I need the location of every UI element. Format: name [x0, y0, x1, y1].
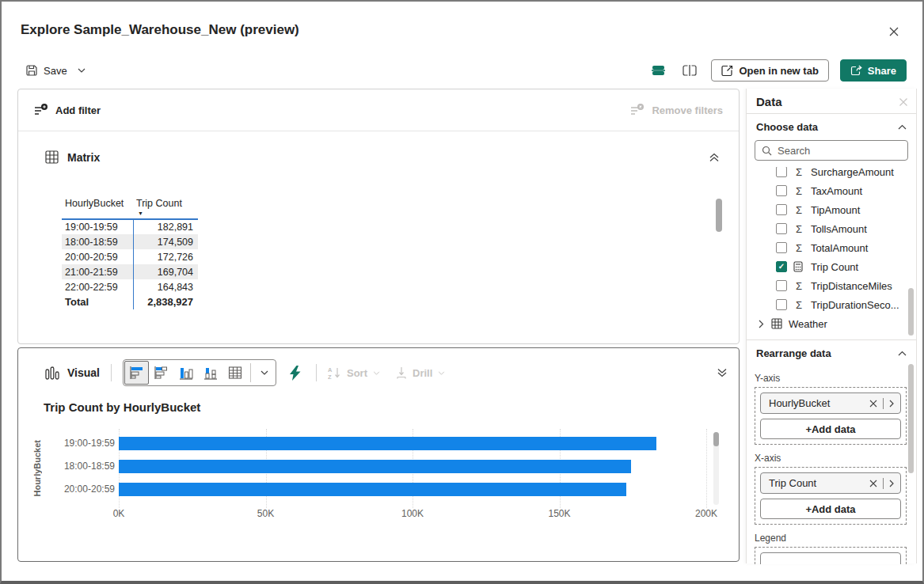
open-in-new-tab-button[interactable]: Open in new tab — [711, 59, 828, 82]
checkbox-checked[interactable]: ✓ — [776, 261, 787, 272]
rearrange-scrollbar[interactable] — [908, 364, 914, 473]
chart-x-axis-ticks: 0K 50K 100K 150K 200K — [119, 508, 706, 521]
chart-type-stacked-bar-button[interactable] — [149, 361, 173, 385]
visual-toolbar: Visual — [45, 358, 728, 387]
filter-bar: Add filter Remove filters — [18, 89, 739, 131]
matrix-scrollbar[interactable] — [716, 199, 722, 232]
checkbox[interactable]: ✓ — [776, 242, 787, 253]
matrix-title: Matrix — [67, 151, 100, 164]
y-axis-pill-hourlybucket[interactable]: HourlyBucket — [760, 392, 901, 414]
field-item-totalamount[interactable]: ✓ Σ TotalAmount — [747, 238, 916, 257]
remove-field-icon[interactable] — [869, 480, 877, 487]
chart-scrollbar[interactable] — [713, 432, 719, 505]
chevron-up-icon[interactable] — [898, 124, 907, 130]
x-tick: 200K — [695, 508, 717, 519]
x-tick: 0K — [113, 508, 125, 519]
add-data-button[interactable]: +Add data — [760, 419, 901, 439]
y-axis-well: HourlyBucket +Add data — [755, 387, 907, 445]
checkbox[interactable]: ✓ — [776, 223, 787, 234]
data-pane-close-icon[interactable] — [899, 97, 908, 107]
field-item-weather-table[interactable]: Weather — [747, 314, 916, 333]
drill-label: Drill — [413, 367, 432, 379]
chart-type-bar-button[interactable] — [124, 361, 149, 385]
divider — [111, 364, 112, 381]
chart-type-stacked-column-button[interactable] — [198, 361, 222, 385]
chart-type-column-button[interactable] — [173, 361, 198, 385]
table-row[interactable]: 19:00-19:59 182,891 — [62, 219, 198, 234]
add-data-button[interactable]: +Add data — [760, 499, 901, 519]
save-button[interactable]: Save — [21, 61, 90, 80]
visual-icon — [45, 366, 59, 380]
sigma-icon: Σ — [793, 167, 804, 178]
sort-az-icon: A Z — [328, 366, 341, 379]
sigma-icon: Σ — [793, 242, 804, 254]
chart-type-dropdown-icon[interactable] — [254, 361, 275, 385]
checkbox[interactable]: ✓ — [776, 299, 787, 310]
column-header-trip-count[interactable]: Trip Count ▼ — [133, 196, 198, 219]
field-item-trip-count[interactable]: ✓ Trip Count — [747, 257, 916, 276]
visual-panel: Visual — [17, 347, 740, 562]
expand-field-icon[interactable] — [889, 480, 894, 487]
checkbox[interactable]: ✓ — [776, 204, 787, 215]
chevron-down-icon[interactable] — [78, 68, 86, 73]
chart-type-group — [123, 359, 276, 386]
sigma-icon: Σ — [793, 299, 804, 311]
field-item-tripdistancemiles[interactable]: ✓ Σ TripDistanceMiles — [747, 276, 916, 295]
collapse-section-icon[interactable] — [709, 152, 720, 163]
field-item-tollsamount[interactable]: ✓ Σ TollsAmount — [747, 219, 916, 238]
choose-data-header[interactable]: Choose data — [747, 114, 916, 138]
expand-section-icon[interactable] — [717, 367, 728, 378]
layout-toggle-icon[interactable] — [648, 60, 668, 81]
checkbox[interactable]: ✓ — [776, 280, 787, 291]
legend-pill[interactable] — [760, 552, 901, 564]
add-filter-button[interactable]: Add filter — [34, 104, 101, 116]
bar-18-00[interactable] — [119, 460, 631, 473]
rearrange-data-header[interactable]: Rearrange data — [747, 340, 916, 365]
table-row[interactable]: 20:00-20:59 172,726 — [62, 249, 198, 264]
category-label: 18:00-18:59 — [48, 455, 115, 478]
field-item-tipamount[interactable]: ✓ Σ TipAmount — [747, 200, 916, 219]
remove-field-icon[interactable] — [869, 400, 877, 408]
matrix-table[interactable]: HourlyBucket Trip Count ▼ 19:00-19:59 18… — [62, 196, 198, 309]
chart-title: Trip Count by HourlyBucket — [44, 400, 200, 414]
share-icon — [850, 65, 862, 76]
table-row[interactable]: 22:00-22:59 164,843 — [62, 279, 198, 294]
chevron-down-icon — [373, 371, 380, 375]
search-input[interactable] — [778, 145, 880, 157]
chevron-down-icon — [438, 371, 445, 375]
legend-well-label: Legend — [755, 533, 916, 544]
column-header-hourlybucket[interactable]: HourlyBucket — [62, 196, 133, 219]
toolbar: Save — [21, 59, 907, 82]
bar-row — [119, 455, 706, 478]
chart-type-table-button[interactable] — [222, 361, 247, 385]
table-icon — [771, 318, 782, 329]
add-filter-icon — [34, 104, 48, 116]
svg-text:Z: Z — [328, 374, 332, 380]
x-axis-pill-trip-count[interactable]: Trip Count — [760, 472, 901, 494]
open-in-new-tab-label: Open in new tab — [739, 65, 818, 77]
divider — [250, 363, 251, 382]
split-view-icon[interactable] — [679, 60, 700, 81]
visual-label: Visual — [45, 366, 100, 380]
field-item-taxamount[interactable]: ✓ Σ TaxAmount — [747, 181, 916, 200]
chevron-up-icon[interactable] — [898, 351, 907, 356]
data-pane: Data Choose data ✓ Σ Surcharge — [746, 89, 917, 563]
table-row[interactable]: 18:00-18:59 174,509 — [62, 234, 198, 249]
table-row[interactable]: 21:00-21:59 169,704 — [62, 264, 198, 279]
chevron-right-icon[interactable] — [759, 320, 764, 328]
field-list-scrollbar[interactable] — [908, 288, 914, 336]
checkbox[interactable]: ✓ — [776, 185, 787, 196]
bar-20-00[interactable] — [119, 483, 626, 496]
expand-field-icon[interactable] — [889, 400, 894, 408]
table-total-row: Total 2,838,927 — [62, 294, 198, 309]
field-item-tripdurationseconds[interactable]: ✓ Σ TripDurationSeco... — [747, 295, 916, 314]
field-item-surchargeamount[interactable]: ✓ Σ SurchargeAmount — [747, 167, 916, 181]
auto-visual-lightning-icon[interactable] — [286, 363, 305, 382]
checkbox[interactable]: ✓ — [776, 167, 787, 177]
share-button[interactable]: Share — [840, 59, 907, 82]
drill-button: Drill — [396, 366, 445, 379]
chart-scrollbar-thumb[interactable] — [713, 432, 719, 446]
bar-19-00[interactable] — [119, 437, 656, 450]
search-box[interactable] — [755, 140, 908, 161]
close-icon[interactable] — [886, 24, 902, 40]
